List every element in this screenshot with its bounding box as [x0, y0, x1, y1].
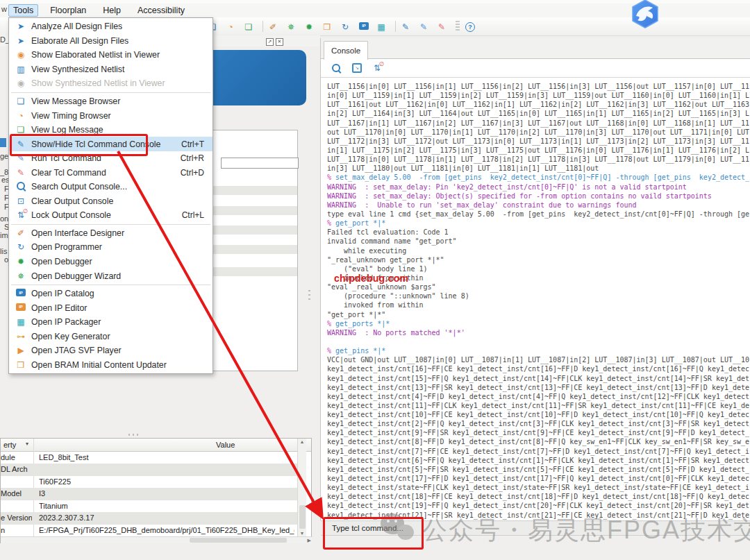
property-row[interactable]: ModelI3 [1, 488, 297, 500]
menu-item-label: View Synthesized Netlist [31, 65, 124, 74]
tcl-command-input[interactable] [331, 523, 625, 533]
menu-item-open-debugger[interactable]: ✹Open Debugger [9, 255, 212, 269]
open-interface-designer-icon: ✐ [269, 22, 276, 32]
menu-item-open-programmer[interactable]: ↻Open Programmer [9, 240, 212, 255]
console-tab-label: Console [331, 46, 360, 55]
message-browser-icon: ❏ [15, 96, 27, 106]
synth-netlist-icon: ▥ [15, 65, 27, 74]
clear-console-icon[interactable]: ↘ [352, 63, 362, 73]
property-row[interactable]: Titanium [1, 500, 297, 512]
toolbar-open-interface-designer-button[interactable]: ✐ [269, 22, 281, 32]
menu-item-open-interface-designer[interactable]: ✐Open Interface Designer [9, 226, 212, 241]
menubar-item-help[interactable]: Help [98, 4, 126, 17]
menu-item-clear-tcl-command[interactable]: ✎Clear Tcl CommandCtrl+D [9, 165, 212, 180]
properties-hscrollbar[interactable]: ▶ [1, 536, 312, 543]
console-line: key1_detect_inst/cnt[15]~FF|Q key1_detec… [327, 374, 749, 383]
toolbar-open-ip-packager-button[interactable]: ▦ [377, 22, 390, 32]
menu-item-view-synthesized-netlist[interactable]: ▥View Synthesized Netlist [9, 62, 212, 77]
netlist-viewer-disabled-icon: ◉ [15, 78, 27, 88]
project-filter-input[interactable] [221, 158, 299, 169]
property-label: DL Arch [1, 465, 32, 473]
panel-float-icon[interactable]: ↗ [266, 38, 274, 46]
vertical-splitter-handle[interactable] [308, 290, 310, 303]
tcl-pen-clear-icon: ✎ [15, 168, 27, 178]
menu-item-open-ip-editor[interactable]: Open IP Editor [9, 300, 212, 315]
open-debugger-wizard-icon: ✵ [288, 22, 294, 32]
console-line: key1_detect_inst/cnt[6]~FF|Q key1_detect… [327, 456, 749, 465]
bram-updater-icon: ❒ [15, 360, 27, 370]
menu-item-show-elaborated-netlist-in-viewer[interactable]: ◉Show Elaborated Netlist in Viewer [9, 48, 212, 62]
property-row[interactable]: duleLED_8bit_Test [1, 452, 297, 464]
horizontal-splitter-handle[interactable] [128, 434, 141, 436]
magnifier-icon [15, 182, 27, 192]
toolbar-run-tcl-button[interactable]: ✎ [419, 22, 432, 32]
menu-item-view-timing-browser[interactable]: ◔View Timing Browser [9, 108, 212, 123]
console-line: key1_detect_inst/cnt[4]~FF|D key1_detect… [327, 392, 749, 401]
toolbar-tcl-console-button[interactable]: ✎ [401, 22, 414, 32]
clear-console-icon: ⊡ [15, 196, 27, 206]
console-line: key1_detect_inst/cnt[2]~FF|Q key1_detect… [327, 419, 749, 428]
menubar-item-tools[interactable]: Tools [8, 4, 38, 17]
menu-item-view-log-message[interactable]: ❏View Log Message [9, 123, 212, 137]
property-row[interactable]: Ti60F225 [1, 476, 297, 488]
toolbar-separator [262, 21, 263, 32]
scroll-lock-icon[interactable]: ⇅ [374, 63, 381, 73]
menu-item-label: Open Debugger [31, 257, 92, 266]
property-value: Ti60F225 [39, 477, 294, 486]
console-line: "eval _real_unknown $args" [327, 282, 749, 291]
toolbar-open-debugger-button[interactable]: ✹ [305, 22, 317, 32]
menubar-item-accessibility[interactable]: Accessibility [133, 4, 190, 17]
menu-item-open-ip-catalog[interactable]: Open IP Catalog [9, 287, 212, 301]
menu-item-elaborate-all-design-files[interactable]: ➤Elaborate All Design Files [9, 34, 212, 49]
toolbar-open-debugger-wizard-button[interactable]: ✵ [287, 22, 299, 32]
menu-item-open-jtag-svf-player[interactable]: ▶Open JTAG SVF Player [9, 343, 212, 358]
menu-item-open-key-generator[interactable]: ⊶Open Key Generator [9, 329, 212, 343]
clipped-text-fragment: im [0, 231, 8, 239]
menu-item-open-ip-packager[interactable]: ▦Open IP Packager [9, 315, 212, 330]
property-label: e Version [1, 514, 32, 522]
property-value: Titanium [39, 502, 294, 510]
toolbar-help-button[interactable]: ? [465, 21, 478, 32]
menu-item-open-debugger-wizard[interactable]: ✵Open Debugger Wizard [9, 269, 212, 283]
properties-vscrollbar[interactable]: ▲ ▼ [297, 439, 306, 536]
scroll-down-icon[interactable]: ▼ [298, 531, 306, 536]
scroll-up-icon[interactable]: ▲ [298, 439, 306, 444]
toolbar-open-bram-updater-button[interactable]: ❒ [323, 22, 335, 32]
ip-box-orange-icon [15, 303, 27, 313]
toolbar-clear-tcl-button[interactable]: ✎ [438, 22, 450, 32]
menu-item-label: Open IP Packager [31, 317, 101, 327]
menu-item-lock-output-console[interactable]: ⇅Lock Output ConsoleCtrl+L [9, 208, 212, 223]
panel-close-icon[interactable]: ✕ [276, 38, 283, 46]
scroll-right-icon[interactable]: ▶ [308, 538, 311, 543]
console-line: Failed tcl evaluation: Code 1 [327, 228, 749, 237]
toolbar-view-timing-browser-button[interactable]: ◔ [226, 22, 239, 32]
console-line: while executing [327, 246, 749, 255]
toolbar-view-log-message-button[interactable]: ❏ [244, 22, 257, 32]
value-column-header[interactable]: Value [216, 441, 235, 449]
menubar-item-floorplan[interactable]: Floorplan [45, 4, 91, 17]
menu-item-open-bram-initial-content-updater[interactable]: ❒Open BRAM Initial Content Updater [9, 358, 212, 373]
menu-item-run-tcl-command[interactable]: ✎Run Tcl CommandCtrl+R [9, 151, 212, 166]
tab-console[interactable]: Console [324, 41, 368, 60]
vscroll-thumb[interactable] [299, 505, 306, 529]
property-column-header[interactable]: erty [3, 441, 16, 449]
menu-item-show-hide-tcl-command-console[interactable]: ✎Show/Hide Tcl Command ConsoleCtrl+T [9, 137, 212, 151]
menu-item-view-message-browser[interactable]: ❏View Message Browser [9, 94, 212, 109]
toolbar-open-programmer-button[interactable]: ↻ [341, 22, 353, 32]
sort-arrow-icon[interactable]: ▾ [26, 441, 28, 447]
hscroll-thumb[interactable] [190, 538, 287, 543]
log-message-icon: ❏ [15, 125, 27, 135]
menu-item-label: Search Output Console... [31, 182, 127, 192]
console-line: key1_detect_inst/cnt[7]~FF|CE key1_detec… [327, 447, 749, 456]
menu-item-search-output-console[interactable]: Search Output Console... [9, 180, 212, 194]
menu-item-analyze-all-design-files[interactable]: ➤Analyze All Design Files [9, 19, 212, 34]
console-line: type eval line 1 cmd {set_max_delay 5.00… [327, 210, 749, 219]
view-timing-browser-icon: ◔ [228, 22, 233, 32]
property-row[interactable]: nE:/FPGA_Prj/Ti60F225_DHB_demoboard/prj/… [1, 525, 297, 536]
toolbar-open-ip-catalog-button[interactable] [359, 22, 372, 32]
property-row[interactable]: DL Arch [1, 464, 297, 475]
menu-item-shortcut: Ctrl+D [181, 168, 212, 178]
search-console-icon[interactable] [332, 64, 340, 72]
menu-item-clear-output-console[interactable]: ⊡Clear Output Console [9, 194, 212, 209]
property-row[interactable]: e Version2023.2.307.3.17 [1, 512, 297, 524]
